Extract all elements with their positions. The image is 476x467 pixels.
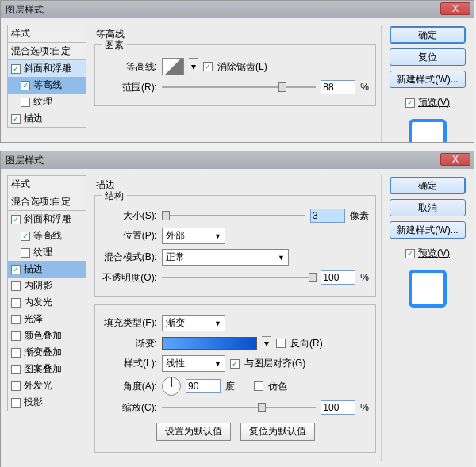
- opacity-value[interactable]: 100: [321, 270, 355, 285]
- contour-dropdown[interactable]: ▾: [189, 58, 198, 75]
- style-item[interactable]: 外发光: [8, 377, 86, 394]
- blend-mode-select[interactable]: 正常▼: [162, 249, 289, 266]
- style-item[interactable]: 图案叠加: [8, 361, 86, 377]
- range-value[interactable]: 88: [321, 80, 355, 94]
- style-item[interactable]: 等高线: [8, 228, 86, 244]
- scale-slider[interactable]: [162, 401, 316, 414]
- position-select[interactable]: 外部▼: [162, 228, 225, 244]
- style-select[interactable]: 线性▼: [162, 355, 225, 372]
- percent-label: %: [360, 82, 369, 93]
- style-item[interactable]: 内发光: [8, 294, 86, 311]
- contour-label: 等高线:: [102, 60, 157, 74]
- preview-checkbox[interactable]: [405, 249, 415, 258]
- style-label: 等高线: [33, 229, 62, 243]
- contour-panel: 等高线 图素 等高线: ▾ 消除锯齿(L) 范围(R): 88 %: [93, 25, 382, 143]
- elements-group: 图素 等高线: ▾ 消除锯齿(L) 范围(R): 88 %: [94, 44, 376, 106]
- style-checkbox[interactable]: [11, 265, 21, 274]
- style-item[interactable]: 斜面和浮雕: [8, 211, 86, 228]
- structure-group: 结构 大小(S): 3 像素 位置(P): 外部▼ 混合模式(B): 正常▼ 不…: [94, 195, 376, 297]
- style-label: 投影: [24, 396, 43, 409]
- styles-panel: 样式 混合选项:自定 斜面和浮雕等高线纹理描边内阴影内发光光泽颜色叠加渐变叠加图…: [7, 175, 86, 461]
- style-item[interactable]: 纹理: [8, 94, 86, 110]
- style-checkbox[interactable]: [21, 81, 30, 90]
- style-checkbox[interactable]: [21, 98, 30, 107]
- style-item[interactable]: 描边: [8, 110, 86, 127]
- antialias-checkbox[interactable]: [203, 62, 213, 71]
- set-default-button[interactable]: 设置为默认值: [156, 423, 231, 441]
- style-checkbox[interactable]: [11, 114, 21, 124]
- size-slider[interactable]: [162, 209, 305, 222]
- reset-default-button[interactable]: 复位为默认值: [240, 423, 315, 441]
- opacity-slider[interactable]: [162, 271, 316, 284]
- close-button[interactable]: X: [440, 153, 470, 166]
- close-button[interactable]: X: [440, 2, 470, 15]
- style-checkbox[interactable]: [11, 298, 21, 308]
- filltype-label: 填充类型(F):: [102, 316, 157, 330]
- style-checkbox[interactable]: [11, 281, 21, 291]
- style-item[interactable]: 等高线: [8, 77, 86, 94]
- align-layer-checkbox[interactable]: [230, 359, 240, 369]
- angle-value[interactable]: 90: [186, 379, 221, 393]
- fill-group: 填充类型(F): 渐变▼ 渐变: ▾ 反向(R) 样式(L): 线性▼ 与图层对…: [94, 304, 376, 453]
- style-checkbox[interactable]: [11, 365, 21, 374]
- ok-button[interactable]: 确定: [390, 26, 466, 44]
- reset-button[interactable]: 复位: [390, 48, 466, 66]
- style-checkbox[interactable]: [11, 398, 21, 408]
- style-checkbox[interactable]: [11, 315, 21, 324]
- preview-checkbox[interactable]: [405, 98, 415, 108]
- style-item[interactable]: 纹理: [8, 244, 86, 261]
- scale-value[interactable]: 100: [321, 400, 355, 415]
- style-item[interactable]: 斜面和浮雕: [8, 60, 86, 77]
- style-checkbox[interactable]: [11, 215, 21, 224]
- style-checkbox[interactable]: [11, 348, 21, 358]
- layer-style-window-bottom: 图层样式 X 样式 混合选项:自定 斜面和浮雕等高线纹理描边内阴影内发光光泽颜色…: [0, 151, 474, 467]
- style-checkbox[interactable]: [11, 331, 21, 341]
- style-checkbox[interactable]: [11, 381, 21, 391]
- titlebar: 图层样式 X: [1, 1, 474, 18]
- style-label: 斜面和浮雕: [24, 212, 71, 226]
- style-item[interactable]: 渐变叠加: [8, 344, 86, 361]
- gradient-swatch[interactable]: [162, 337, 257, 350]
- dither-checkbox[interactable]: [254, 381, 263, 391]
- style-label: 渐变叠加: [24, 346, 62, 359]
- style-checkbox[interactable]: [21, 232, 30, 241]
- new-style-button[interactable]: 新建样式(W)...: [390, 71, 466, 88]
- style-item[interactable]: 颜色叠加: [8, 327, 86, 344]
- reverse-checkbox[interactable]: [276, 339, 286, 348]
- blend-options[interactable]: 混合选项:自定: [7, 193, 86, 211]
- gradient-dropdown[interactable]: ▾: [262, 336, 271, 350]
- dither-label: 仿色: [268, 380, 287, 393]
- contour-swatch[interactable]: [162, 58, 184, 75]
- percent-label: %: [360, 402, 369, 413]
- style-item[interactable]: 内阴影: [8, 278, 86, 294]
- style-label: 纹理: [33, 246, 52, 259]
- align-layer-label: 与图层对齐(G): [244, 357, 305, 370]
- style-item[interactable]: 描边: [8, 261, 86, 278]
- cancel-button[interactable]: 取消: [390, 199, 466, 216]
- new-style-button[interactable]: 新建样式(W)...: [390, 221, 466, 239]
- style-label: 图案叠加: [24, 362, 62, 376]
- style-label: 纹理: [33, 95, 52, 109]
- ok-button[interactable]: 确定: [390, 177, 466, 194]
- size-value[interactable]: 3: [310, 209, 345, 223]
- style-checkbox[interactable]: [21, 248, 30, 258]
- reverse-label: 反向(R): [290, 337, 323, 350]
- window-title: 图层样式: [6, 154, 44, 167]
- window-title: 图层样式: [6, 3, 44, 17]
- style-label: 内发光: [24, 296, 52, 309]
- range-slider[interactable]: [162, 81, 316, 94]
- filltype-select[interactable]: 渐变▼: [162, 315, 225, 331]
- angle-label: 角度(A):: [102, 380, 157, 393]
- angle-dial[interactable]: [162, 377, 181, 396]
- layer-style-window-top: 图层样式 X 样式 混合选项:自定 斜面和浮雕等高线纹理描边 等高线 图素 等高…: [0, 0, 474, 143]
- style-item[interactable]: 光泽: [8, 311, 86, 327]
- angle-unit: 度: [225, 380, 235, 393]
- opacity-label: 不透明度(O):: [102, 271, 157, 285]
- style-checkbox[interactable]: [11, 64, 21, 74]
- style-item[interactable]: 投影: [8, 394, 86, 411]
- style-label: 颜色叠加: [24, 329, 62, 343]
- style-label: 描边: [24, 262, 43, 276]
- size-label: 大小(S):: [102, 209, 157, 223]
- blend-options[interactable]: 混合选项:自定: [7, 43, 86, 60]
- styles-panel: 样式 混合选项:自定 斜面和浮雕等高线纹理描边: [7, 25, 86, 143]
